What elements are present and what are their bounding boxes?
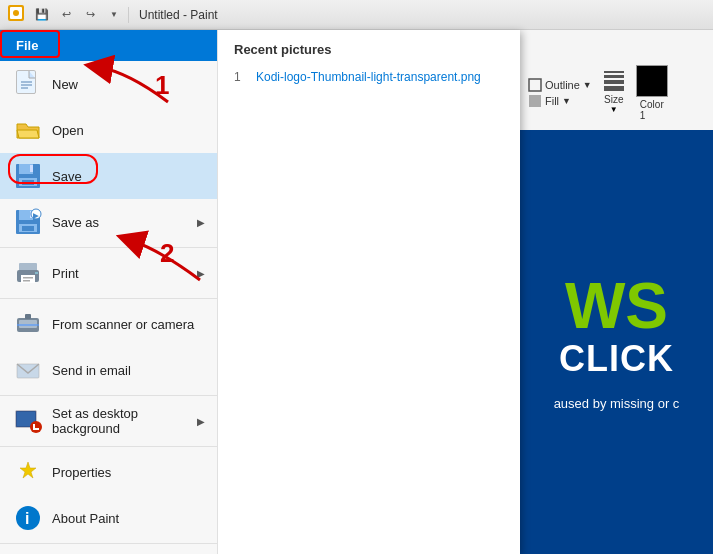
properties-label: Properties <box>52 465 205 480</box>
dropdown-arrow[interactable]: ▼ <box>104 5 124 25</box>
menu-item-desktop[interactable]: Set as desktop background ▶ <box>0 398 217 444</box>
saveas-icon: ▶ <box>12 206 44 238</box>
about-label: About Paint <box>52 511 205 526</box>
menu-item-saveas[interactable]: ▶ Save as ▶ <box>0 199 217 245</box>
about-icon: i <box>12 502 44 534</box>
new-label: New <box>52 77 205 92</box>
menu-item-save[interactable]: Save <box>0 153 217 199</box>
desktop-arrow: ▶ <box>197 416 205 427</box>
fill-control[interactable]: Fill ▼ <box>528 94 592 108</box>
svg-rect-25 <box>23 277 33 279</box>
scanner-label: From scanner or camera <box>52 317 205 332</box>
menu-item-email[interactable]: Send in email <box>0 347 217 393</box>
svg-rect-31 <box>25 314 31 319</box>
recent-num-0: 1 <box>234 70 248 84</box>
svg-rect-37 <box>33 428 39 430</box>
open-label: Open <box>52 123 205 138</box>
desktop-label: Set as desktop background <box>52 406 197 436</box>
color-control[interactable]: Color1 <box>636 65 668 121</box>
svg-rect-19 <box>22 226 34 231</box>
email-label: Send in email <box>52 363 205 378</box>
bg-ws-text: WS <box>565 274 668 338</box>
scanner-icon <box>12 308 44 340</box>
svg-rect-14 <box>22 180 34 185</box>
svg-text:i: i <box>25 510 29 527</box>
menu-item-open[interactable]: Open <box>0 107 217 153</box>
size-control[interactable]: Size ▼ <box>604 71 624 114</box>
svg-rect-30 <box>17 324 39 326</box>
outline-control[interactable]: Outline ▼ <box>528 78 592 92</box>
menu-item-scanner[interactable]: From scanner or camera <box>0 301 217 347</box>
menu-item-about[interactable]: i About Paint <box>0 495 217 541</box>
bg-small-text: aused by missing or c <box>542 396 692 411</box>
recent-name-0: Kodi-logo-Thumbnail-light-transparent.pn… <box>256 70 481 84</box>
desktop-icon <box>12 405 44 437</box>
new-icon <box>12 68 44 100</box>
print-arrow: ▶ <box>197 268 205 279</box>
save-label: Save <box>52 169 205 184</box>
quick-access-toolbar: 💾 ↩ ↪ ▼ <box>8 5 129 25</box>
saveas-arrow: ▶ <box>197 217 205 228</box>
recent-item-0[interactable]: 1 Kodi-logo-Thumbnail-light-transparent.… <box>234 67 504 87</box>
svg-point-35 <box>30 421 42 433</box>
menu-item-properties[interactable]: Properties <box>0 449 217 495</box>
svg-point-2 <box>13 10 19 16</box>
svg-rect-3 <box>529 79 541 91</box>
menu-item-new[interactable]: New <box>0 61 217 107</box>
svg-rect-27 <box>35 272 38 274</box>
menu-item-print[interactable]: Print ▶ <box>0 250 217 296</box>
svg-rect-4 <box>529 95 541 107</box>
svg-rect-12 <box>30 165 33 172</box>
file-button[interactable]: File <box>0 30 217 61</box>
print-icon <box>12 257 44 289</box>
save-quick-button[interactable]: 💾 <box>32 5 52 25</box>
titlebar: 💾 ↩ ↪ ▼ Untitled - Paint <box>0 0 713 30</box>
open-icon <box>12 114 44 146</box>
file-menu-panel: File New <box>0 30 520 554</box>
recent-title: Recent pictures <box>234 42 504 57</box>
save-icon <box>12 160 44 192</box>
file-sidebar: File New <box>0 30 218 554</box>
ribbon-toolbar: Outline ▼ Fill ▼ Size ▼ Color1 <box>520 55 713 130</box>
window-title: Untitled - Paint <box>139 8 218 22</box>
background-content: WS CLICK aused by missing or c <box>520 130 713 554</box>
undo-button[interactable]: ↩ <box>56 5 76 25</box>
app-icon <box>8 5 24 24</box>
email-icon <box>12 354 44 386</box>
print-label: Print <box>52 266 197 281</box>
svg-rect-24 <box>21 275 35 283</box>
svg-rect-26 <box>23 280 30 282</box>
properties-icon <box>12 456 44 488</box>
bg-click-text: CLICK <box>559 338 674 380</box>
menu-item-exit[interactable]: Exit <box>0 546 217 554</box>
redo-button[interactable]: ↪ <box>80 5 100 25</box>
saveas-label: Save as <box>52 215 197 230</box>
recent-panel: Recent pictures 1 Kodi-logo-Thumbnail-li… <box>218 30 520 554</box>
